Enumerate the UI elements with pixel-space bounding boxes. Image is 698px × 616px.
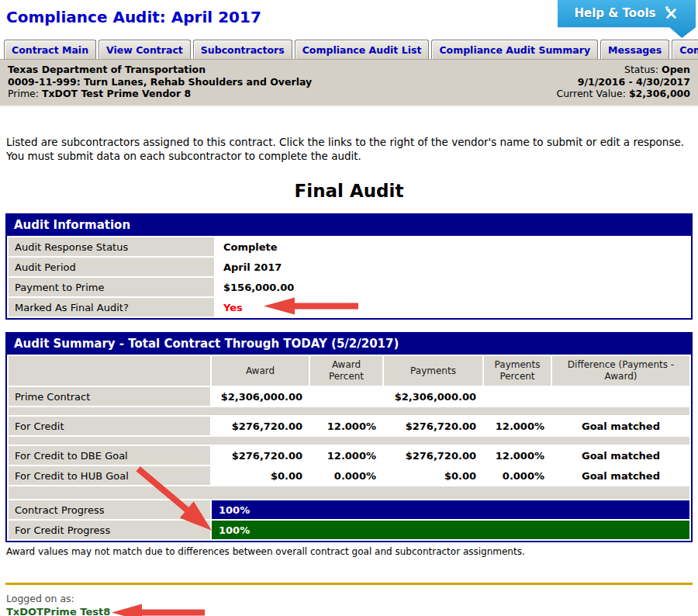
page: Compliance Audit: April 2017 Help & Tool… <box>0 0 698 616</box>
award-cell: $2,306,000.00 <box>212 387 309 406</box>
audit-summary-panel: Audit Summary - Total Contract Through T… <box>5 332 693 542</box>
payments-cell: $0.00 <box>384 466 482 485</box>
col-header-payments: Payments <box>384 356 482 386</box>
difference-cell <box>552 387 689 406</box>
tab-contract-main[interactable]: Contract Main <box>4 40 96 59</box>
status-value: Open <box>662 64 690 75</box>
contract-dates: 9/1/2016 - 4/30/2017 <box>556 76 690 88</box>
table-row-prime-contract: Prime Contract $2,306,000.00 $2,306,000.… <box>9 387 689 406</box>
payments-percent-cell: 12.000% <box>484 446 551 465</box>
logged-on-user-line: TxDOTPrime Test8 <box>6 605 692 616</box>
audit-information-table: Audit Response Status Complete Audit Per… <box>7 236 691 318</box>
spacer-row <box>9 437 689 445</box>
status-line: Status: Open <box>556 64 690 76</box>
table-row: Audit Response Status Complete <box>9 237 689 256</box>
col-header-award: Award <box>212 356 309 386</box>
award-cell: $0.00 <box>212 466 309 485</box>
spacer-row <box>9 407 689 415</box>
award-percent-cell <box>310 387 382 406</box>
tab-subcontractors[interactable]: Subcontractors <box>193 40 292 59</box>
row-label: Payment to Prime <box>9 278 214 296</box>
footnote-text: Award values may not match due to differ… <box>6 546 692 557</box>
table-row: Payment to Prime $156,000.00 <box>9 278 689 296</box>
tab-compliance-audit-list[interactable]: Compliance Audit List <box>295 40 430 59</box>
prime-label: Prime: <box>8 88 39 99</box>
table-row-for-credit: For Credit $276,720.00 12.000% $276,720.… <box>9 417 689 435</box>
agency-name: Texas Department of Transportation <box>8 64 312 76</box>
contract-title: 0009-11-999: Turn Lanes, Rehab Shoulders… <box>8 76 312 88</box>
award-cell: $276,720.00 <box>212 417 309 435</box>
final-audit-heading: Final Audit <box>0 181 698 201</box>
tab-bar: Contract Main View Contract Subcontracto… <box>0 40 698 59</box>
difference-cell: Goal matched <box>552 417 689 435</box>
audit-information-title: Audit Information <box>7 215 691 236</box>
row-label: For Credit <box>9 417 210 435</box>
logged-on-label: Logged on as: <box>6 592 692 605</box>
tab-messages[interactable]: Messages <box>600 40 669 59</box>
row-label: Prime Contract <box>9 387 210 406</box>
footer: Logged on as: TxDOTPrime Test8 TxDOT Tes… <box>6 592 692 616</box>
contract-info-right: Status: Open 9/1/2016 - 4/30/2017 Curren… <box>556 64 690 100</box>
row-label: Audit Period <box>9 258 214 276</box>
award-percent-cell: 12.000% <box>310 417 382 435</box>
row-label: For Credit Progress <box>9 521 210 539</box>
table-row-dbe-goal: For Credit to DBE Goal $276,720.00 12.00… <box>9 446 689 465</box>
for-credit-progress-row: For Credit Progress 100% <box>9 521 689 539</box>
current-value-label: Current Value: <box>556 88 625 99</box>
red-arrow-left-icon <box>264 297 358 317</box>
current-value: $2,306,000 <box>629 88 690 99</box>
row-label: Marked As Final Audit? <box>9 298 214 317</box>
help-tools-label: Help & Tools <box>574 6 655 20</box>
difference-cell: Goal matched <box>552 466 689 485</box>
row-label: For Credit to HUB Goal <box>9 466 210 485</box>
prime-vendor: TxDOT Test Prime Vendor 8 <box>42 88 191 99</box>
summary-header-row: Award Award Percent Payments Payments Pe… <box>9 356 689 386</box>
contract-info-bar: Texas Department of Transportation 0009-… <box>0 59 698 107</box>
tab-view-contract[interactable]: View Contract <box>98 40 191 59</box>
progress-value: 100% <box>219 504 250 516</box>
row-value: Complete <box>216 237 689 256</box>
intro-text: Listed are subcontractors assigned to th… <box>6 135 692 164</box>
row-value: $156,000.00 <box>216 278 689 296</box>
spacer-row <box>9 486 689 499</box>
difference-cell: Goal matched <box>552 446 689 465</box>
audit-information-panel: Audit Information Audit Response Status … <box>5 213 693 320</box>
col-header-payments-percent: Payments Percent <box>484 356 551 386</box>
award-percent-cell: 12.000% <box>310 446 382 465</box>
row-label: Contract Progress <box>9 500 210 519</box>
row-label: For Credit to DBE Goal <box>9 446 210 465</box>
col-header-award-percent: Award Percent <box>310 356 382 386</box>
payments-cell: $2,306,000.00 <box>384 387 482 406</box>
audit-summary-title: Audit Summary - Total Contract Through T… <box>7 334 691 355</box>
contract-info-left: Texas Department of Transportation 0009-… <box>8 64 312 100</box>
col-header-difference: Difference (Payments - Award) <box>552 356 689 386</box>
table-row: Audit Period April 2017 <box>9 258 689 276</box>
row-value: April 2017 <box>216 258 689 276</box>
contract-progress-bar: 100% <box>212 500 689 519</box>
payments-percent-cell: 0.000% <box>484 466 551 485</box>
payments-percent-cell <box>484 387 551 406</box>
status-label: Status: <box>624 64 658 75</box>
final-audit-flag: Yes <box>216 298 689 317</box>
audit-summary-table: Award Award Percent Payments Payments Pe… <box>7 355 691 541</box>
tab-comments[interactable]: Comments <box>672 40 698 59</box>
row-label: Audit Response Status <box>9 237 214 256</box>
contract-progress-row: Contract Progress 100% <box>9 500 689 519</box>
payments-cell: $276,720.00 <box>384 417 482 435</box>
gold-divider <box>5 583 693 585</box>
prime-line: Prime: TxDOT Test Prime Vendor 8 <box>8 88 312 100</box>
table-row: Marked As Final Audit? Yes <box>9 298 689 317</box>
for-credit-progress-bar: 100% <box>212 521 689 539</box>
award-percent-cell: 0.000% <box>310 466 382 485</box>
progress-value: 100% <box>219 524 250 536</box>
page-header: Compliance Audit: April 2017 Help & Tool… <box>0 0 698 26</box>
payments-cell: $276,720.00 <box>384 446 482 465</box>
help-tools-button[interactable]: Help & Tools <box>558 0 696 38</box>
payments-percent-cell: 12.000% <box>484 417 551 435</box>
tab-compliance-audit-summary[interactable]: Compliance Audit Summary <box>431 40 598 59</box>
current-value-line: Current Value: $2,306,000 <box>556 88 690 100</box>
tools-icon <box>663 6 679 25</box>
award-cell: $276,720.00 <box>212 446 309 465</box>
table-row-hub-goal: For Credit to HUB Goal $0.00 0.000% $0.0… <box>9 466 689 485</box>
empty-header-cell <box>9 356 210 386</box>
